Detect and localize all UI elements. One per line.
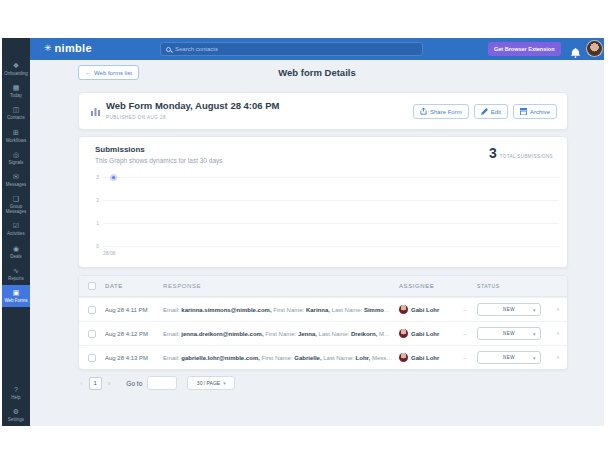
gear-icon: ⚙ xyxy=(13,408,19,416)
pencil-icon xyxy=(481,108,488,116)
sidebar-item-deals[interactable]: ◉ Deals xyxy=(2,241,30,263)
assignee-avatar xyxy=(399,353,408,362)
global-search xyxy=(160,42,423,56)
secondary-assignee-placeholder: – xyxy=(463,331,477,337)
row-date: Aug 28 4:12 PM xyxy=(105,331,163,337)
status-dropdown[interactable]: NEW▾ xyxy=(477,351,541,364)
select-all-checkbox[interactable] xyxy=(88,282,96,290)
nimble-logo-text: nimble xyxy=(55,42,92,54)
contacts-icon: ◫ xyxy=(13,106,20,114)
notifications-bell-icon[interactable] xyxy=(571,44,580,62)
y-axis-tick: 2 xyxy=(85,197,99,203)
web-form-title: Web Form Monday, August 28 4:06 PM xyxy=(106,100,280,111)
status-dropdown[interactable]: NEW▾ xyxy=(477,327,541,340)
top-header: ✳ nimble Get Browser Extension xyxy=(30,38,604,60)
chevron-down-icon: ▾ xyxy=(533,307,536,313)
sidebar-item-settings[interactable]: ⚙ Settings xyxy=(2,404,30,426)
deals-icon: ◉ xyxy=(13,245,19,253)
nimble-logo[interactable]: ✳ nimble xyxy=(44,42,92,54)
total-submissions-label: Total Submissions xyxy=(500,154,553,159)
signals-icon: ◎ xyxy=(13,151,19,159)
search-icon xyxy=(166,47,171,52)
secondary-assignee-placeholder: – xyxy=(463,307,477,313)
page-size-dropdown[interactable]: 30 / PAGE ▾ xyxy=(187,376,235,390)
sidebar-item-group-messages[interactable]: ❑ Group Messages xyxy=(2,191,30,218)
edit-button[interactable]: Edit xyxy=(474,104,508,119)
page-number-button[interactable]: 1 xyxy=(89,377,102,390)
gridline xyxy=(103,177,559,178)
table-row[interactable]: Aug 28 4:13 PM Email: gabrielle.lohr@nim… xyxy=(79,345,567,369)
row-response: Email: jenna.dreikorn@nimble.com, First … xyxy=(163,331,399,337)
envelope-icon: ✉ xyxy=(13,173,19,181)
sidebar-item-signals[interactable]: ◎ Signals xyxy=(2,147,30,169)
sidebar-item-label: Contacts xyxy=(7,115,25,120)
edit-label: Edit xyxy=(491,109,501,115)
published-date: PUBLISHED ON AUG 28 xyxy=(106,115,166,120)
sidebar-item-today[interactable]: ▦ Today xyxy=(2,80,30,102)
sidebar-item-label: Reports xyxy=(8,276,24,281)
goto-page-input[interactable] xyxy=(147,376,177,390)
total-submissions-value: 3 xyxy=(489,145,497,161)
sidebar-item-onboarding[interactable]: ❖ Onboarding xyxy=(2,58,30,80)
archive-box-icon xyxy=(520,108,527,116)
row-open-chevron-icon[interactable]: › xyxy=(549,330,567,337)
column-header-assignee: Assignee xyxy=(399,283,463,289)
onboarding-icon: ❖ xyxy=(13,62,19,70)
sidebar-item-messages[interactable]: ✉ Messages xyxy=(2,169,30,191)
search-input[interactable] xyxy=(175,46,375,52)
share-form-button[interactable]: Share Form xyxy=(413,104,469,119)
goto-page-label: Go to xyxy=(126,380,142,387)
archive-button[interactable]: Archive xyxy=(513,104,557,119)
pagination: ‹ 1 › Go to 30 / PAGE ▾ xyxy=(80,376,235,390)
sidebar-item-web-forms[interactable]: ▣ Web Forms xyxy=(2,285,30,307)
calendar-icon: ▦ xyxy=(13,84,20,92)
column-header-status: Status xyxy=(477,283,549,289)
column-header-response: Response xyxy=(163,283,399,289)
status-dropdown[interactable]: NEW▾ xyxy=(477,303,541,316)
submissions-card: Submissions This Graph shows dynamics fo… xyxy=(78,136,568,268)
get-browser-extension-button[interactable]: Get Browser Extension xyxy=(488,42,561,56)
row-open-chevron-icon[interactable]: › xyxy=(549,306,567,313)
web-form-card: Web Form Monday, August 28 4:06 PM PUBLI… xyxy=(78,92,568,130)
sidebar-item-label: Messages xyxy=(6,182,27,187)
previous-page-chevron-icon[interactable]: ‹ xyxy=(80,379,83,388)
share-form-label: Share Form xyxy=(430,109,462,115)
row-checkbox[interactable] xyxy=(88,354,96,362)
sidebar-item-reports[interactable]: ∿ Reports xyxy=(2,263,30,285)
gridline xyxy=(103,246,559,247)
row-response: Email: gabrielle.lohr@nimble.com, First … xyxy=(163,355,399,361)
nimble-logo-icon: ✳ xyxy=(44,43,52,53)
sidebar-item-label: Workflows xyxy=(6,138,27,143)
row-assignee[interactable]: Gabi Lohr xyxy=(399,329,463,338)
row-checkbox[interactable] xyxy=(88,306,96,314)
sidebar-item-contacts[interactable]: ◫ Contacts xyxy=(2,102,30,124)
sidebar-item-label: Help xyxy=(11,395,20,400)
chart-data-point[interactable] xyxy=(110,174,117,181)
row-open-chevron-icon[interactable]: › xyxy=(549,354,567,361)
table-row[interactable]: Aug 28 4:12 PM Email: jenna.dreikorn@nim… xyxy=(79,321,567,345)
next-page-chevron-icon[interactable]: › xyxy=(108,379,111,388)
column-header-date: Date xyxy=(105,283,163,289)
back-to-web-forms-list-button[interactable]: ← Web forms list xyxy=(78,65,139,80)
row-assignee[interactable]: Gabi Lohr xyxy=(399,353,463,362)
row-assignee[interactable]: Gabi Lohr xyxy=(399,305,463,314)
sidebar-item-label: Deals xyxy=(10,254,22,259)
user-avatar[interactable] xyxy=(586,40,603,57)
y-axis-tick: 0 xyxy=(85,243,99,249)
sidebar-item-activities[interactable]: ☑ Activities xyxy=(2,218,30,240)
table-header-row: Date Response Assignee Status xyxy=(79,276,567,297)
y-axis-tick: 3 xyxy=(85,174,99,180)
chevron-down-icon: ▾ xyxy=(533,331,536,337)
archive-label: Archive xyxy=(530,109,550,115)
sidebar-item-label: Activities xyxy=(7,231,25,236)
sidebar-item-workflows[interactable]: ⊞ Workflows xyxy=(2,125,30,147)
table-row[interactable]: Aug 28 4:11 PM Email: karinna.simmons@ni… xyxy=(79,297,567,321)
x-axis-tick: 28/08 xyxy=(103,250,116,256)
y-axis-tick: 1 xyxy=(85,220,99,226)
page-size-value: 30 / PAGE xyxy=(197,380,220,386)
row-checkbox[interactable] xyxy=(88,330,96,338)
share-icon xyxy=(420,108,427,116)
assignee-avatar xyxy=(399,305,408,314)
sidebar-item-help[interactable]: ? Help xyxy=(2,382,30,404)
submissions-subtitle: This Graph shows dynamics for last 30 da… xyxy=(95,157,223,164)
